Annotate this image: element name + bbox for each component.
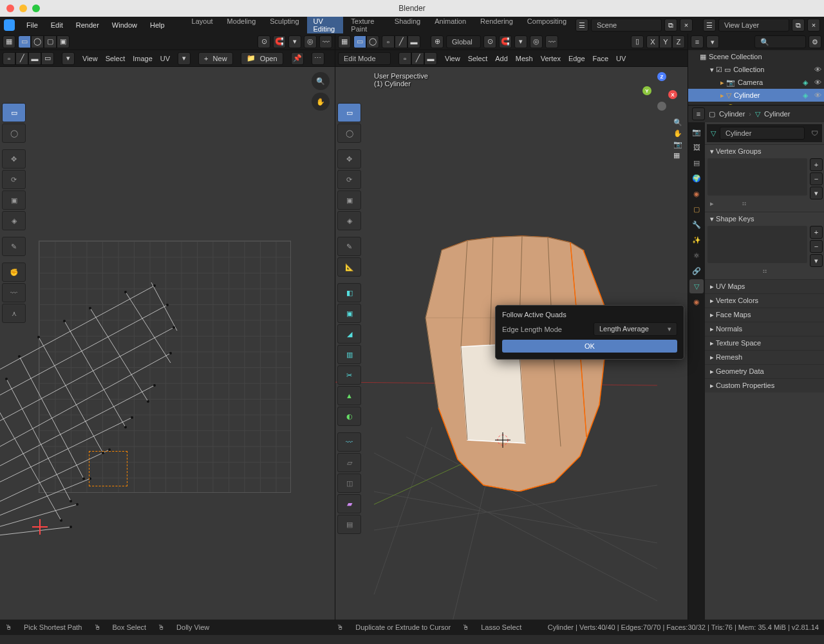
- section-custom-properties[interactable]: ▸ Custom Properties: [705, 378, 824, 392]
- workspace-uv-editing[interactable]: UV Editing: [307, 15, 344, 35]
- remove-vertex-group[interactable]: −: [810, 172, 823, 185]
- vp-face-menu[interactable]: Face: [593, 55, 608, 62]
- tree-row-scene-collection[interactable]: ▦Scene Collection: [688, 50, 824, 63]
- pan-icon[interactable]: ✋: [312, 93, 330, 111]
- viewlayer-name-field[interactable]: View Layer: [718, 19, 789, 32]
- spin-tool[interactable]: ◐: [337, 407, 361, 426]
- blender-logo-icon[interactable]: [4, 19, 15, 31]
- uv-uv-menu[interactable]: UV: [160, 55, 170, 62]
- pivot-point[interactable]: ⊙: [483, 35, 496, 48]
- orientation-dropdown[interactable]: Global: [446, 35, 481, 48]
- pan-view-icon[interactable]: ✋: [673, 129, 682, 138]
- cursor-tool[interactable]: ◯: [2, 124, 26, 143]
- uv-select-menu[interactable]: Select: [106, 55, 126, 62]
- workspace-shading[interactable]: Shading: [388, 15, 427, 35]
- help-menu[interactable]: Help: [145, 19, 170, 32]
- uv-sync-icon[interactable]: ▢: [44, 35, 57, 48]
- select-box-tool[interactable]: ▭: [337, 103, 361, 122]
- relax-tool[interactable]: 〰: [2, 283, 26, 302]
- workspace-modeling[interactable]: Modeling: [221, 15, 263, 35]
- scale-tool[interactable]: ▣: [2, 190, 26, 210]
- uv-sticky-icon[interactable]: ▣: [57, 35, 70, 48]
- scene-new-button[interactable]: ⧉: [664, 19, 677, 32]
- ok-button[interactable]: OK: [502, 340, 677, 353]
- move-tool[interactable]: ✥: [2, 149, 26, 169]
- sel-edge[interactable]: ╱: [395, 35, 407, 48]
- bevel-tool[interactable]: ◢: [337, 324, 361, 344]
- new-image-button[interactable]: + New: [198, 52, 233, 65]
- proportional-toggle[interactable]: ◎: [304, 35, 317, 48]
- rotate-tool[interactable]: ⟳: [337, 170, 361, 189]
- annotate-tool[interactable]: ✎: [2, 237, 26, 256]
- selmode-edge[interactable]: ╱: [411, 52, 424, 65]
- scene-browse-button[interactable]: ☰: [576, 19, 588, 32]
- open-image-button[interactable]: 📁 Open: [241, 52, 283, 65]
- select-tool-icon[interactable]: ▭: [18, 35, 31, 48]
- section-normals[interactable]: ▸ Normals: [705, 322, 824, 336]
- edge-slide-tool[interactable]: ▱: [337, 453, 361, 472]
- shield-icon[interactable]: 🛡: [811, 129, 818, 137]
- editor-type-3d[interactable]: ▦: [338, 35, 351, 48]
- uv-view-menu[interactable]: View: [82, 55, 98, 62]
- close-window-button[interactable]: [6, 5, 14, 12]
- object-name-field[interactable]: Cylinder: [720, 127, 805, 140]
- y-axis-ball[interactable]: Y: [642, 86, 651, 95]
- outliner-type[interactable]: ≡: [691, 35, 704, 48]
- transform-tool[interactable]: ◈: [2, 211, 26, 230]
- tab-constraint[interactable]: 🔗: [689, 264, 704, 278]
- mesh-display[interactable]: ▯: [631, 35, 644, 48]
- pivot-dropdown[interactable]: ⊙: [258, 35, 270, 48]
- falloff-dropdown[interactable]: 〰: [319, 35, 332, 48]
- scale-tool[interactable]: ▣: [337, 190, 361, 210]
- section-texture-space[interactable]: ▸ Texture Space: [705, 336, 824, 350]
- polybuild-tool[interactable]: ▲: [337, 386, 361, 405]
- shear-tool[interactable]: ▰: [337, 494, 361, 513]
- tab-particle[interactable]: ✨: [689, 233, 704, 247]
- shape-key-menu[interactable]: ▾: [810, 254, 823, 267]
- knife-tool[interactable]: ✂: [337, 365, 361, 385]
- snap-vp-drop[interactable]: ▾: [514, 35, 527, 48]
- pin-image[interactable]: 📌: [291, 52, 304, 65]
- section-face-maps[interactable]: ▸ Face Maps: [705, 308, 824, 322]
- section-vertex-colors[interactable]: ▸ Vertex Colors: [705, 293, 824, 308]
- vp-select-menu[interactable]: Select: [468, 55, 488, 62]
- tab-output[interactable]: 🖼: [689, 140, 704, 154]
- outliner-filter[interactable]: ▾: [706, 35, 719, 48]
- vp-vertex-menu[interactable]: Vertex: [541, 55, 561, 62]
- z-axis-toggle[interactable]: Z: [672, 35, 685, 48]
- selmode-vert[interactable]: ▫: [398, 52, 411, 65]
- tab-material[interactable]: ◉: [689, 295, 704, 309]
- workspace-compositing[interactable]: Compositing: [521, 15, 573, 35]
- shrink-tool[interactable]: ◫: [337, 474, 361, 493]
- overflow-menu[interactable]: ⋯: [312, 52, 324, 65]
- vp-uv-menu[interactable]: UV: [616, 55, 626, 62]
- add-vertex-group[interactable]: +: [810, 158, 823, 171]
- section-vertex-groups[interactable]: ▾ Vertex Groups: [705, 144, 824, 158]
- cursor-tool[interactable]: ◯: [337, 124, 361, 143]
- shape-keys-list[interactable]: [707, 226, 807, 263]
- transform-tool[interactable]: ◈: [337, 211, 361, 230]
- props-type[interactable]: ≡: [692, 107, 705, 120]
- ortho-view-icon[interactable]: ▦: [673, 151, 682, 160]
- loopcut-tool[interactable]: ▥: [337, 345, 361, 364]
- uv-select-edge[interactable]: ╱: [15, 52, 28, 65]
- tab-scene[interactable]: 🌍: [689, 171, 704, 185]
- sel-vert[interactable]: ▫: [382, 35, 395, 48]
- viewlayer-new-button[interactable]: ⧉: [792, 19, 805, 32]
- transform-orient[interactable]: ⊕: [431, 35, 444, 48]
- eye-icon[interactable]: 👁: [814, 66, 821, 73]
- eye-icon[interactable]: 👁: [814, 91, 821, 99]
- x-axis-ball[interactable]: X: [668, 90, 677, 99]
- snap-toggle[interactable]: 🧲: [273, 35, 286, 48]
- tree-row-cylinder[interactable]: ▸ ▽Cylinder ◈ 👁: [688, 89, 824, 102]
- section-remesh[interactable]: ▸ Remesh: [705, 350, 824, 364]
- tab-world[interactable]: ◉: [689, 187, 704, 201]
- scene-delete-button[interactable]: ×: [680, 19, 693, 32]
- minimize-window-button[interactable]: [19, 5, 27, 12]
- selmode-face[interactable]: ▬: [424, 52, 437, 65]
- uv-select-island[interactable]: ▭: [41, 52, 54, 65]
- smooth-tool[interactable]: 〰: [337, 432, 361, 452]
- workspace-sculpting[interactable]: Sculpting: [263, 15, 305, 35]
- workspace-layout[interactable]: Layout: [185, 15, 220, 35]
- add-shape-key[interactable]: +: [810, 226, 823, 239]
